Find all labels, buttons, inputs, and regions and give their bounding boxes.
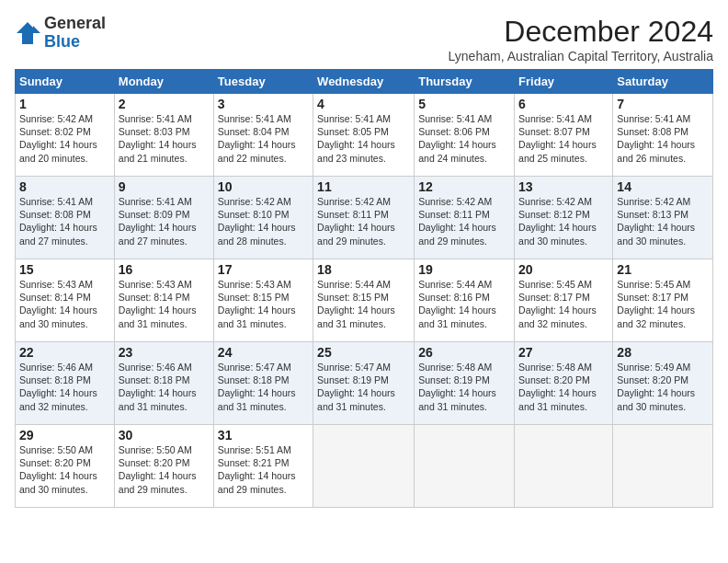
day-info: Sunrise: 5:48 AMSunset: 8:20 PMDaylight:… <box>518 361 609 413</box>
day-number: 2 <box>119 97 210 111</box>
title-block: December 2024 Lyneham, Australian Capita… <box>449 15 713 63</box>
day-info: Sunrise: 5:43 AMSunset: 8:15 PMDaylight:… <box>218 278 309 330</box>
day-info: Sunrise: 5:42 AMSunset: 8:10 PMDaylight:… <box>218 195 309 247</box>
calendar-cell: 2 Sunrise: 5:41 AMSunset: 8:03 PMDayligh… <box>114 94 213 177</box>
day-number: 24 <box>218 345 309 360</box>
day-info: Sunrise: 5:47 AMSunset: 8:18 PMDaylight:… <box>218 361 309 413</box>
calendar-cell: 30 Sunrise: 5:50 AMSunset: 8:20 PMDaylig… <box>114 425 213 508</box>
day-number: 17 <box>218 262 309 277</box>
week-row: 22 Sunrise: 5:46 AMSunset: 8:18 PMDaylig… <box>16 342 713 425</box>
calendar-cell: 12 Sunrise: 5:42 AMSunset: 8:11 PMDaylig… <box>415 177 515 259</box>
day-info: Sunrise: 5:41 AMSunset: 8:05 PMDaylight:… <box>317 112 410 165</box>
week-row: 8 Sunrise: 5:41 AMSunset: 8:08 PMDayligh… <box>16 177 713 259</box>
header-wednesday: Wednesday <box>313 70 415 94</box>
day-info: Sunrise: 5:41 AMSunset: 8:06 PMDaylight:… <box>418 112 510 165</box>
day-info: Sunrise: 5:50 AMSunset: 8:20 PMDaylight:… <box>119 443 210 496</box>
day-number: 5 <box>418 97 510 111</box>
page-header: General Blue December 2024 Lyneham, Aust… <box>15 15 713 63</box>
day-info: Sunrise: 5:46 AMSunset: 8:18 PMDaylight:… <box>119 361 210 413</box>
day-info: Sunrise: 5:42 AMSunset: 8:02 PMDaylight:… <box>19 112 110 165</box>
calendar-cell: 27 Sunrise: 5:48 AMSunset: 8:20 PMDaylig… <box>515 342 613 425</box>
calendar-cell: 29 Sunrise: 5:50 AMSunset: 8:20 PMDaylig… <box>16 425 115 508</box>
day-info: Sunrise: 5:47 AMSunset: 8:19 PMDaylight:… <box>317 361 410 413</box>
calendar-cell: 26 Sunrise: 5:48 AMSunset: 8:19 PMDaylig… <box>415 342 515 425</box>
logo-general-text: General <box>44 15 106 33</box>
day-info: Sunrise: 5:42 AMSunset: 8:12 PMDaylight:… <box>518 195 609 247</box>
calendar-cell: 20 Sunrise: 5:45 AMSunset: 8:17 PMDaylig… <box>515 259 613 342</box>
calendar-cell <box>313 425 415 508</box>
day-info: Sunrise: 5:41 AMSunset: 8:04 PMDaylight:… <box>218 112 309 165</box>
calendar-cell: 10 Sunrise: 5:42 AMSunset: 8:10 PMDaylig… <box>213 177 313 259</box>
day-number: 22 <box>19 345 110 360</box>
day-number: 14 <box>617 179 709 194</box>
calendar-cell: 5 Sunrise: 5:41 AMSunset: 8:06 PMDayligh… <box>415 94 515 177</box>
day-number: 18 <box>317 262 410 277</box>
calendar-cell: 14 Sunrise: 5:42 AMSunset: 8:13 PMDaylig… <box>613 177 713 259</box>
calendar-cell: 21 Sunrise: 5:45 AMSunset: 8:17 PMDaylig… <box>613 259 713 342</box>
day-info: Sunrise: 5:49 AMSunset: 8:20 PMDaylight:… <box>617 361 709 413</box>
logo-icon <box>15 20 40 46</box>
day-number: 12 <box>418 179 510 194</box>
day-number: 29 <box>19 428 110 442</box>
calendar-cell: 15 Sunrise: 5:43 AMSunset: 8:14 PMDaylig… <box>16 259 115 342</box>
day-info: Sunrise: 5:51 AMSunset: 8:21 PMDaylight:… <box>218 443 309 496</box>
day-number: 23 <box>119 345 210 360</box>
calendar-cell: 3 Sunrise: 5:41 AMSunset: 8:04 PMDayligh… <box>213 94 313 177</box>
day-info: Sunrise: 5:43 AMSunset: 8:14 PMDaylight:… <box>19 278 110 330</box>
day-number: 20 <box>518 262 609 277</box>
calendar-cell: 7 Sunrise: 5:41 AMSunset: 8:08 PMDayligh… <box>613 94 713 177</box>
day-info: Sunrise: 5:41 AMSunset: 8:09 PMDaylight:… <box>119 195 210 247</box>
location-subtitle: Lyneham, Australian Capital Territory, A… <box>449 49 713 63</box>
header-friday: Friday <box>515 70 613 94</box>
calendar-cell: 17 Sunrise: 5:43 AMSunset: 8:15 PMDaylig… <box>213 259 313 342</box>
day-number: 7 <box>617 97 709 111</box>
header-thursday: Thursday <box>415 70 515 94</box>
day-number: 1 <box>19 97 110 111</box>
calendar-cell: 28 Sunrise: 5:49 AMSunset: 8:20 PMDaylig… <box>613 342 713 425</box>
logo: General Blue <box>15 15 106 52</box>
calendar-cell: 1 Sunrise: 5:42 AMSunset: 8:02 PMDayligh… <box>16 94 115 177</box>
day-number: 10 <box>218 179 309 194</box>
calendar-cell: 25 Sunrise: 5:47 AMSunset: 8:19 PMDaylig… <box>313 342 415 425</box>
day-number: 16 <box>119 262 210 277</box>
day-number: 26 <box>418 345 510 360</box>
calendar-cell: 11 Sunrise: 5:42 AMSunset: 8:11 PMDaylig… <box>313 177 415 259</box>
calendar-cell: 6 Sunrise: 5:41 AMSunset: 8:07 PMDayligh… <box>515 94 613 177</box>
day-info: Sunrise: 5:43 AMSunset: 8:14 PMDaylight:… <box>119 278 210 330</box>
day-number: 11 <box>317 179 410 194</box>
day-number: 13 <box>518 179 609 194</box>
day-number: 25 <box>317 345 410 360</box>
day-info: Sunrise: 5:42 AMSunset: 8:11 PMDaylight:… <box>418 195 510 247</box>
day-info: Sunrise: 5:45 AMSunset: 8:17 PMDaylight:… <box>617 278 709 330</box>
day-info: Sunrise: 5:46 AMSunset: 8:18 PMDaylight:… <box>19 361 110 413</box>
day-number: 31 <box>218 428 309 442</box>
header-tuesday: Tuesday <box>213 70 313 94</box>
calendar-cell: 8 Sunrise: 5:41 AMSunset: 8:08 PMDayligh… <box>16 177 115 259</box>
calendar-cell: 9 Sunrise: 5:41 AMSunset: 8:09 PMDayligh… <box>114 177 213 259</box>
day-info: Sunrise: 5:41 AMSunset: 8:08 PMDaylight:… <box>617 112 709 165</box>
day-number: 4 <box>317 97 410 111</box>
header-sunday: Sunday <box>16 70 115 94</box>
day-number: 3 <box>218 97 309 111</box>
day-number: 15 <box>19 262 110 277</box>
calendar-cell: 4 Sunrise: 5:41 AMSunset: 8:05 PMDayligh… <box>313 94 415 177</box>
calendar-cell <box>415 425 515 508</box>
calendar-cell: 13 Sunrise: 5:42 AMSunset: 8:12 PMDaylig… <box>515 177 613 259</box>
day-info: Sunrise: 5:48 AMSunset: 8:19 PMDaylight:… <box>418 361 510 413</box>
week-row: 15 Sunrise: 5:43 AMSunset: 8:14 PMDaylig… <box>16 259 713 342</box>
day-number: 30 <box>119 428 210 442</box>
week-row: 1 Sunrise: 5:42 AMSunset: 8:02 PMDayligh… <box>16 94 713 177</box>
day-info: Sunrise: 5:41 AMSunset: 8:07 PMDaylight:… <box>518 112 609 165</box>
day-info: Sunrise: 5:50 AMSunset: 8:20 PMDaylight:… <box>19 443 110 496</box>
day-info: Sunrise: 5:42 AMSunset: 8:13 PMDaylight:… <box>617 195 709 247</box>
svg-marker-1 <box>33 26 40 33</box>
month-title: December 2024 <box>449 15 713 49</box>
header-saturday: Saturday <box>613 70 713 94</box>
calendar-table: Sunday Monday Tuesday Wednesday Thursday… <box>15 69 713 508</box>
day-number: 28 <box>617 345 709 360</box>
logo-blue-text: Blue <box>44 33 106 52</box>
calendar-cell <box>515 425 613 508</box>
day-info: Sunrise: 5:41 AMSunset: 8:03 PMDaylight:… <box>119 112 210 165</box>
calendar-cell: 19 Sunrise: 5:44 AMSunset: 8:16 PMDaylig… <box>415 259 515 342</box>
day-number: 27 <box>518 345 609 360</box>
